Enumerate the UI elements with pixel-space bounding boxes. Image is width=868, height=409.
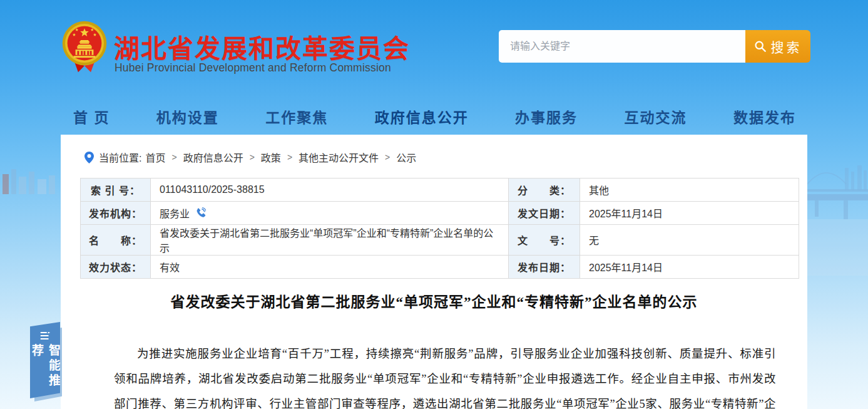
bridge-background-art: [807, 157, 868, 276]
breadcrumb-separator: >: [385, 152, 390, 162]
nav-item-data-release[interactable]: 数据发布: [733, 106, 796, 127]
meta-label-index-no: 索 引 号：: [81, 179, 151, 202]
smart-recommend-tab[interactable]: 智能推荐: [30, 322, 61, 403]
nav-item-work-focus[interactable]: 工作聚焦: [265, 106, 328, 127]
nav-item-organization[interactable]: 机构设置: [156, 106, 219, 127]
breadcrumb-separator: >: [250, 152, 255, 162]
table-row: 发布机构： 服务业 发文日期： 2025年11月14日: [81, 202, 799, 225]
search-icon: [754, 40, 767, 53]
meta-value-index-no: 011043110/2025-38815: [151, 179, 509, 202]
phone-contact-icon[interactable]: [195, 207, 206, 219]
article-paragraph: 为推进实施服务业企业培育“百千万”工程，持续擦亮“荆新服务”品牌，引导服务业企业…: [114, 341, 776, 409]
meta-label-publish-date: 发布日期：: [509, 256, 580, 279]
city-background-art: [0, 158, 61, 194]
table-row: 索 引 号： 011043110/2025-38815 分 类： 其他: [81, 179, 799, 202]
search-button-label: 搜索: [771, 37, 802, 56]
meta-label-category: 分 类：: [509, 179, 580, 202]
meta-label-issue-date: 发文日期：: [509, 202, 580, 225]
tab-body: 智能推荐: [30, 322, 60, 398]
meta-value-doc-number: 无: [580, 225, 799, 256]
nav-item-interaction[interactable]: 互动交流: [625, 106, 687, 127]
table-row: 名 称： 省发改委关于湖北省第二批服务业“单项冠军”企业和“专精特新”企业名单的…: [81, 225, 799, 256]
meta-label-title: 名 称：: [81, 225, 151, 256]
breadcrumb-prefix: 当前位置:: [99, 150, 141, 165]
nav-item-services[interactable]: 办事服务: [515, 106, 578, 127]
search-input[interactable]: [499, 30, 745, 63]
breadcrumb: 当前位置: 首页 > 政府信息公开 > 政策 > 其他主动公开文件 > 公示: [84, 150, 416, 165]
site-title: 湖北省发展和改革委员会: [114, 28, 410, 65]
breadcrumb-link-home[interactable]: 首页: [145, 150, 165, 165]
site-subtitle-english: Hubei Provincial Development and Reform …: [115, 61, 391, 75]
breadcrumb-link-policy[interactable]: 政策: [261, 150, 281, 165]
meta-value-title: 省发改委关于湖北省第二批服务业“单项冠军”企业和“专精特新”企业名单的公示: [151, 225, 509, 256]
breadcrumb-link-gov-info[interactable]: 政府信息公开: [183, 150, 243, 165]
meta-value-validity: 有效: [151, 256, 509, 279]
nav-item-home[interactable]: 首 页: [73, 106, 110, 127]
search-button[interactable]: 搜索: [745, 30, 810, 63]
table-row: 效力状态： 有效 发布日期： 2025年11月14日: [81, 256, 799, 279]
meta-value-publish-date: 2025年11月14日: [580, 256, 799, 279]
meta-value-issuing-agency-cell: 服务业: [151, 202, 509, 225]
search-bar: 搜索: [499, 30, 810, 63]
meta-label-doc-number: 文 号：: [509, 225, 580, 256]
meta-label-validity: 效力状态：: [81, 256, 151, 279]
breadcrumb-separator: >: [287, 152, 292, 162]
main-navigation: 首 页 机构设置 工作聚焦 政府信息公开 办事服务 互动交流 数据发布: [61, 100, 807, 133]
meta-value-issuing-agency: 服务业: [160, 205, 190, 220]
breadcrumb-link-announcement[interactable]: 公示: [396, 150, 416, 165]
breadcrumb-separator: >: [171, 152, 176, 162]
document-meta-table: 索 引 号： 011043110/2025-38815 分 类： 其他 发布机构…: [80, 178, 799, 279]
smart-recommend-label: 智能推荐: [28, 344, 62, 398]
location-pin-icon: [84, 152, 94, 163]
recommend-list-icon: [40, 332, 51, 340]
content-panel: 当前位置: 首页 > 政府信息公开 > 政策 > 其他主动公开文件 > 公示 索…: [61, 135, 807, 409]
meta-label-issuing-agency: 发布机构：: [81, 202, 151, 225]
site-header: 湖北省发展和改革委员会 Hubei Provincial Development…: [0, 0, 868, 94]
nav-item-gov-info-disclosure[interactable]: 政府信息公开: [375, 106, 469, 127]
national-emblem-logo: [62, 21, 107, 76]
breadcrumb-link-other-files[interactable]: 其他主动公开文件: [299, 150, 379, 165]
article-title: 省发改委关于湖北省第二批服务业“单项冠军”企业和“专精特新”企业名单的公示: [61, 290, 807, 311]
meta-value-issue-date: 2025年11月14日: [580, 202, 799, 225]
meta-value-category: 其他: [580, 179, 799, 202]
